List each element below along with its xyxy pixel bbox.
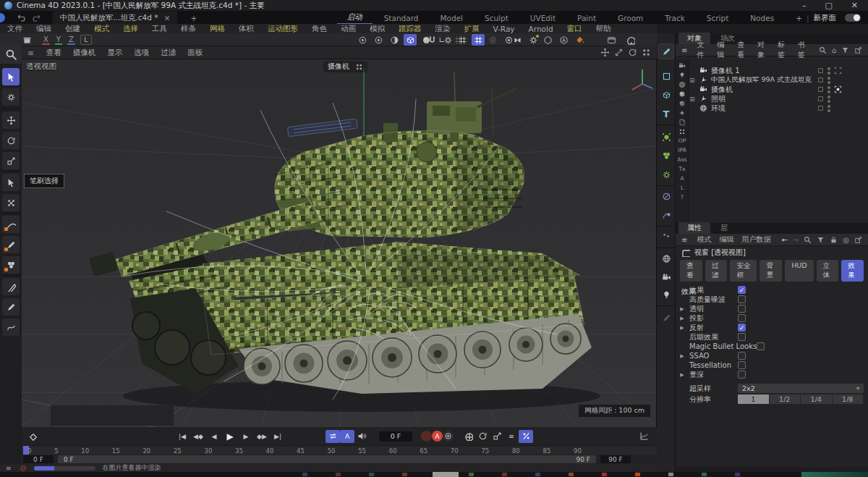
checkbox[interactable]: ✓: [738, 324, 746, 332]
sky-filter-icon[interactable]: [676, 80, 689, 89]
checkbox[interactable]: [757, 342, 765, 350]
grid-dots-icon[interactable]: [676, 127, 689, 136]
record-position-button[interactable]: [461, 430, 475, 443]
autokey-button[interactable]: A: [432, 431, 443, 442]
sound-button[interactable]: [354, 430, 369, 443]
menu-item[interactable]: 模拟: [370, 24, 385, 34]
camera-filter-icon[interactable]: [676, 61, 689, 70]
object-manager-menu-item[interactable]: 标签: [778, 40, 790, 60]
layout-tab[interactable]: 启动: [337, 12, 373, 25]
loop-button[interactable]: [326, 430, 340, 443]
render-view-button[interactable]: [605, 34, 618, 46]
shader-ball-icon[interactable]: [676, 98, 689, 108]
back-icon[interactable]: ←: [781, 236, 787, 244]
attribute-menu-item[interactable]: 模式: [697, 235, 711, 245]
cancel-render-icon[interactable]: [20, 465, 27, 472]
redo-icon[interactable]: [32, 13, 41, 22]
transport-button[interactable]: ◀◆: [191, 430, 205, 443]
resolution-option[interactable]: 1: [738, 394, 770, 404]
shading-gouraud-button[interactable]: [356, 34, 369, 46]
locked-workplane-button[interactable]: [486, 34, 499, 46]
menu-item[interactable]: 动画: [341, 24, 356, 34]
layout-tab[interactable]: Sculpt: [475, 13, 519, 23]
symmetry-settings-button[interactable]: [527, 34, 540, 46]
file-icon[interactable]: [676, 117, 689, 127]
resolution-option[interactable]: 1/8: [833, 394, 864, 404]
tree-row[interactable]: 环境: [689, 104, 868, 113]
camera-hud[interactable]: 摄像机: [323, 61, 367, 72]
scale-tool[interactable]: [2, 152, 20, 169]
lock-icon[interactable]: [830, 236, 838, 244]
material-swatch[interactable]: [535, 473, 540, 476]
checkbox[interactable]: [738, 361, 746, 369]
make-editable-button[interactable]: [20, 34, 33, 46]
resolution-option[interactable]: 1/4: [801, 394, 833, 404]
rotate-view-icon[interactable]: [628, 48, 637, 57]
checkbox[interactable]: [738, 295, 746, 303]
menu-item[interactable]: 工具: [152, 24, 167, 34]
small-pen-tool[interactable]: [2, 298, 20, 316]
layout-tab[interactable]: Script: [697, 13, 739, 23]
material-swatch[interactable]: [402, 473, 407, 476]
transport-button[interactable]: ▶|: [271, 430, 285, 443]
quantize-button[interactable]: [456, 34, 469, 46]
attribute-menu-item[interactable]: 用户数据: [741, 235, 770, 245]
minimize-button[interactable]: –: [802, 1, 807, 10]
interactive-render-button[interactable]: [624, 34, 637, 46]
subdivision-surface-button[interactable]: [658, 129, 674, 145]
keyframe-diamond-icon[interactable]: [25, 430, 39, 443]
tree-row[interactable]: 摄像机: [689, 85, 868, 94]
transport-button[interactable]: |◀: [175, 430, 190, 443]
section-tab[interactable]: 效果: [841, 260, 864, 282]
material-swatch[interactable]: [602, 473, 607, 476]
paint-brush-tool[interactable]: [2, 278, 20, 295]
section-tab[interactable]: 过滤: [705, 260, 728, 282]
section-tab[interactable]: 安全框: [730, 260, 757, 282]
layout-tab[interactable]: Standard: [374, 13, 429, 23]
material-pen-button[interactable]: [658, 310, 674, 326]
field-button[interactable]: [658, 188, 674, 204]
filter-icon[interactable]: [817, 236, 825, 244]
checkbox[interactable]: [738, 371, 746, 379]
target-icon[interactable]: ◎: [843, 236, 849, 244]
camera-object-button[interactable]: [658, 269, 674, 285]
timeline-graph-button[interactable]: [637, 430, 651, 443]
close-button[interactable]: ✕: [851, 1, 858, 10]
expand-icon[interactable]: ⊞: [689, 77, 696, 84]
shading-lines-button[interactable]: [388, 34, 401, 46]
coordinate-system-button[interactable]: L: [80, 35, 92, 45]
menu-item[interactable]: V-Ray: [493, 25, 515, 33]
cloner-button[interactable]: [658, 148, 674, 164]
material-ball-icon[interactable]: [676, 89, 689, 98]
viewport-burger-icon[interactable]: ≡: [27, 48, 35, 57]
menu-item[interactable]: 窗口: [567, 24, 582, 34]
menu-item[interactable]: 角色: [312, 24, 327, 34]
spline-pen-button[interactable]: [658, 43, 674, 59]
toggle-view-icon[interactable]: [642, 48, 651, 57]
paint-bucket-button[interactable]: [573, 34, 586, 46]
snap-settings-button[interactable]: [441, 34, 454, 46]
deformer-button[interactable]: [658, 166, 674, 182]
menu-item[interactable]: 运动图形: [268, 24, 298, 34]
tweak-tool[interactable]: [2, 88, 20, 106]
snap-magnet-button[interactable]: [425, 34, 438, 46]
expand-arrow[interactable]: ▶: [676, 325, 686, 331]
pan-view-icon[interactable]: [600, 48, 610, 57]
frame-mode-button[interactable]: A: [340, 430, 354, 443]
text-object-button[interactable]: T: [658, 106, 674, 122]
layout-tab[interactable]: Nodes: [740, 13, 784, 23]
document-tab[interactable]: 中国人民解放军...坦克.c4d * ✕: [53, 12, 177, 24]
material-swatch[interactable]: [569, 473, 574, 476]
supersampling-dropdown[interactable]: 2x2 ▾: [738, 384, 864, 393]
menu-item[interactable]: 编辑: [36, 24, 51, 34]
burger-icon[interactable]: ≡: [681, 46, 688, 54]
arnold-side-button[interactable]: Ass: [676, 155, 689, 164]
menu-item[interactable]: 选择: [123, 24, 138, 34]
arnold-side-button[interactable]: OP: [676, 136, 689, 145]
menu-item[interactable]: 渲染: [435, 24, 451, 34]
filter-icon[interactable]: [841, 46, 849, 54]
menu-item[interactable]: 模式: [94, 24, 109, 34]
new-document-tab-button[interactable]: +: [190, 14, 197, 22]
y-axis-lock-button[interactable]: Y: [55, 35, 62, 45]
view-label[interactable]: 透视视图: [26, 62, 56, 72]
